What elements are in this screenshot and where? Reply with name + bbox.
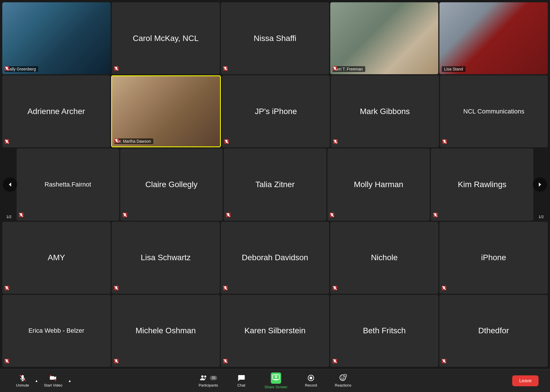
chat-icon <box>237 374 245 382</box>
participant-cell-karen[interactable]: Karen Silberstein <box>221 295 329 367</box>
next-page-button[interactable] <box>533 177 547 192</box>
svg-text:+: + <box>345 375 346 377</box>
participant-cell-nichole[interactable]: Nichole <box>330 222 439 294</box>
svg-point-63 <box>310 377 313 379</box>
participants-count-badge: 35 <box>210 376 217 380</box>
svg-rect-51 <box>21 375 24 379</box>
mute-indicator-rashetta <box>18 212 24 219</box>
mute-indicator-ncl-comm <box>442 139 447 146</box>
participant-name-tag-lisa-stand: Lisa Stand <box>442 66 465 72</box>
svg-point-65 <box>341 377 342 378</box>
toolbar-right: Leave <box>512 375 539 386</box>
participant-cell-kim[interactable]: Kim Rawlings <box>431 148 533 220</box>
participant-name-dthedfor: Dthedfor <box>475 323 512 338</box>
video-caret[interactable]: ▲ <box>67 377 73 385</box>
mute-indicator-adrienne <box>4 139 10 146</box>
participant-name-talia: Talia Zitner <box>253 177 298 192</box>
mute-indicator-iphone <box>441 285 447 292</box>
participant-name-mark: Mark Gibbons <box>357 104 412 119</box>
chat-label: Chat <box>237 383 245 387</box>
toolbar: Unmute ▲ Start Video ▲ <box>0 369 550 392</box>
record-button[interactable]: Record <box>300 372 322 390</box>
participants-icon-wrap: 35 <box>200 374 217 382</box>
participant-cell-ncl-comm[interactable]: NCL Communications <box>440 75 548 147</box>
participant-cell-erica[interactable]: Erica Webb - Belzer <box>2 295 111 367</box>
participants-button[interactable]: 35 Participants <box>194 372 223 390</box>
mute-indicator-nissa <box>223 66 228 72</box>
mute-indicator-dthedfor <box>441 358 447 365</box>
mute-indicator-talia <box>225 212 231 219</box>
participant-cell-beth[interactable]: Beth Fritsch <box>330 295 439 367</box>
reactions-icon: + <box>339 374 347 382</box>
participant-name-claire: Claire Gollegly <box>142 177 200 192</box>
participant-cell-deborah[interactable]: Deborah Davidson <box>221 222 329 294</box>
participant-cell-nissa[interactable]: Nissa Shaffi <box>221 2 329 74</box>
participant-name-lisa-schwartz: Lisa Schwartz <box>138 250 193 265</box>
participant-name-karen: Karen Silberstein <box>241 323 308 338</box>
participant-cell-adrienne[interactable]: Adrienne Archer <box>2 75 110 147</box>
mute-indicator-erica <box>4 358 10 365</box>
participant-cell-lori[interactable]: Lori T. Freeman <box>330 2 439 74</box>
participant-cell-claire[interactable]: Claire Gollegly <box>120 148 223 220</box>
participant-cell-lisa-stand[interactable]: Lisa Stand <box>439 2 548 74</box>
participant-cell-michele[interactable]: Michele Oshman <box>112 295 220 367</box>
start-video-button[interactable]: Start Video <box>39 372 67 390</box>
mute-indicator-nichole <box>332 285 338 292</box>
grid-row-4: Erica Webb - Belzer Michele Oshman Kar <box>2 295 548 367</box>
mute-indicator-michele <box>113 358 119 365</box>
unmute-button[interactable]: Unmute <box>11 372 34 390</box>
svg-point-57 <box>201 375 204 378</box>
svg-marker-18 <box>9 183 11 187</box>
participant-name-rashetta: Rashetta.Fairnot <box>42 178 94 191</box>
participant-name-nissa: Nissa Shaffi <box>251 31 299 46</box>
participant-name-jp: JP's iPhone <box>252 104 300 119</box>
participant-cell-lisa-schwartz[interactable]: Lisa Schwartz <box>112 222 220 294</box>
share-screen-icon-wrap <box>271 373 281 384</box>
chat-button[interactable]: Chat <box>231 372 251 390</box>
mute-indicator-beth <box>332 358 338 365</box>
participant-cell-rashetta[interactable]: Rashetta.Fairnot <box>17 148 119 220</box>
mute-indicator-jp <box>224 139 229 146</box>
record-label: Record <box>305 383 317 387</box>
share-screen-label: Share Screen <box>264 385 287 389</box>
participant-cell-carol[interactable]: Carol McKay, NCL <box>112 2 220 74</box>
mute-indicator-claire <box>122 212 128 219</box>
participant-name-beth: Beth Fritsch <box>360 323 408 338</box>
participant-cell-mark[interactable]: Mark Gibbons <box>331 75 439 147</box>
unmute-label: Unmute <box>16 383 29 387</box>
participant-cell-dthedfor[interactable]: Dthedfor <box>439 295 548 367</box>
svg-point-66 <box>343 377 344 378</box>
participants-label: Participants <box>199 383 218 387</box>
video-grid: Sally Greenberg Carol McKay, NCL Nissa <box>0 0 550 369</box>
leave-button[interactable]: Leave <box>512 375 539 386</box>
participant-cell-amy[interactable]: AMY <box>2 222 111 294</box>
share-screen-button[interactable]: Share Screen <box>260 370 292 391</box>
toolbar-left: Unmute ▲ Start Video ▲ <box>11 372 72 390</box>
mute-indicator-martha <box>114 138 119 145</box>
record-icon <box>307 374 315 382</box>
mute-indicator-kim <box>433 212 438 219</box>
participant-cell-martha[interactable]: Dr. Martha Dawson <box>111 75 221 147</box>
svg-point-58 <box>204 376 206 378</box>
mute-indicator-lisa-schwartz <box>113 285 119 292</box>
page-indicator-right: 1/2 <box>539 215 544 219</box>
mute-indicator-mark <box>333 139 338 146</box>
participant-cell-iphone[interactable]: iPhone <box>439 222 548 294</box>
participant-cell-jp[interactable]: JP's iPhone <box>222 75 330 147</box>
participant-name-michele: Michele Oshman <box>133 323 199 338</box>
reactions-button[interactable]: + Reactions <box>330 372 356 390</box>
participant-name-tag-martha: Dr. Martha Dawson <box>114 138 153 144</box>
participant-cell-molly[interactable]: Molly Harman <box>327 148 430 220</box>
participant-cell-talia[interactable]: Talia Zitner <box>224 148 326 220</box>
mute-indicator-molly <box>329 212 335 219</box>
toolbar-center: 35 Participants Chat Share Screen <box>194 370 356 391</box>
participant-cell-sally[interactable]: Sally Greenberg <box>2 2 111 74</box>
grid-row-1: Adrienne Archer Dr. Martha Dawson JP's <box>2 75 548 147</box>
participant-name-ncl-comm: NCL Communications <box>460 105 527 118</box>
unmute-caret[interactable]: ▲ <box>34 377 40 385</box>
page-indicator-left: 1/2 <box>6 215 11 219</box>
video-off-icon <box>49 374 57 382</box>
mute-indicator-amy <box>4 285 10 292</box>
participant-name-carol: Carol McKay, NCL <box>130 31 202 46</box>
prev-page-button[interactable] <box>3 177 17 192</box>
